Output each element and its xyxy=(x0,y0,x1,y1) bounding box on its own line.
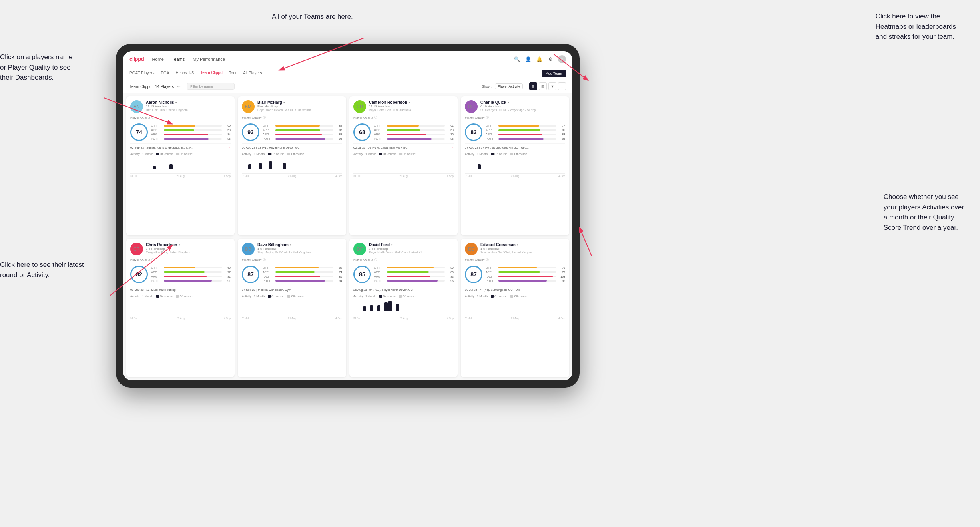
player-handicap: 11-15 Handicap xyxy=(369,105,454,108)
stat-row-arg: ARG 75 xyxy=(374,133,454,136)
view-grid-small[interactable]: ⊟ xyxy=(539,82,547,90)
player-name[interactable]: Cameron Robertson ● xyxy=(369,100,454,105)
sub-nav-all-players[interactable]: All Players xyxy=(243,71,262,76)
chart-bar xyxy=(153,166,156,169)
latest-round[interactable]: 26 Aug 23 | 84 (+12), Royal North Devon … xyxy=(353,286,454,292)
legend-offcourse xyxy=(176,153,179,155)
search-input[interactable]: Filter by name xyxy=(187,83,235,90)
card-header: BM Blair McHarg ● Plus Handicap Royal No… xyxy=(242,100,342,113)
view-sort[interactable]: ↕ xyxy=(558,82,566,90)
sub-nav: PGAT Players PGA Hcaps 1-5 Team Clippd T… xyxy=(123,67,572,80)
stat-row-ott: OTT 60 xyxy=(151,266,231,270)
round-arrow[interactable]: → xyxy=(561,145,565,150)
latest-round[interactable]: 07 Aug 23 | 77 (+7), St George's Hill GC… xyxy=(465,143,565,150)
player-name[interactable]: Charlie Quick ● xyxy=(480,100,565,105)
latest-round[interactable]: 04 Sep 23 | Mobility with coach, Gym → xyxy=(242,286,342,292)
chart-bar xyxy=(396,304,399,311)
player-card[interactable]: CR Chris Robertson ● 1-5 Handicap Craigm… xyxy=(126,239,235,378)
profile-icon[interactable]: 👤 xyxy=(524,56,532,63)
stat-row-putt: PUTT 86 xyxy=(486,137,565,141)
add-team-button[interactable]: Add Team xyxy=(542,70,566,77)
view-filter[interactable]: ▼ xyxy=(548,82,556,90)
round-text: 03 Mar 23 | 19, Must make putting xyxy=(130,288,176,292)
activity-section: Activity · 1 Month On course Off course … xyxy=(242,294,342,320)
quality-label: Player Quality ⓘ xyxy=(465,115,565,119)
edit-icon[interactable]: ✏ xyxy=(177,84,180,89)
sub-nav-hcaps[interactable]: Hcaps 1-5 xyxy=(176,71,194,76)
latest-round[interactable]: 02 Jul 23 | 59 (+17), Craigmillar Park G… xyxy=(353,143,454,150)
quality-score[interactable]: 68 xyxy=(353,123,371,141)
nav-teams[interactable]: Teams xyxy=(172,57,185,62)
player-name[interactable]: Blair McHarg ● xyxy=(257,100,342,105)
quality-score[interactable]: 87 xyxy=(242,266,259,283)
verified-icon: ● xyxy=(408,101,410,104)
quality-score[interactable]: 85 xyxy=(353,266,371,283)
nav-my-performance[interactable]: My Performance xyxy=(193,57,225,62)
latest-round[interactable]: 03 Mar 23 | 19, Must make putting → xyxy=(130,286,231,292)
player-avatar: EC xyxy=(465,243,478,255)
player-name[interactable]: David Ford ● xyxy=(369,243,454,247)
player-avatar: CQ xyxy=(465,100,478,113)
player-card[interactable]: DB Dave Billingham ● 1-5 Handicap Stag M… xyxy=(238,239,346,378)
legend-oncourse xyxy=(379,295,382,298)
stat-row-arg: ARG 83 xyxy=(486,133,565,136)
annotation-latest-round: Click here to see their latestround or A… xyxy=(0,260,84,280)
stat-row-ott: OTT 60 xyxy=(151,124,231,127)
avatar[interactable]: U xyxy=(558,55,566,63)
verified-icon: ● xyxy=(283,101,285,104)
round-arrow[interactable]: → xyxy=(450,288,454,292)
chart-bar xyxy=(384,302,388,311)
latest-round[interactable]: 02 Sep 23 | Sunset round to get back int… xyxy=(130,143,231,150)
card-header: CQ Charlie Quick ● 6-10 Handicap St. Geo… xyxy=(465,100,565,113)
stat-row-ott: OTT 84 xyxy=(263,124,342,127)
player-name[interactable]: Dave Billingham ● xyxy=(257,243,342,247)
search-icon[interactable]: 🔍 xyxy=(513,56,520,63)
player-card[interactable]: EC Edward Crossman ● 1-5 Handicap Sunnin… xyxy=(461,239,569,378)
stat-row-putt: PUTT 94 xyxy=(263,279,342,283)
sub-nav-pga[interactable]: PGA xyxy=(161,71,169,76)
latest-round[interactable]: 19 Jul 23 | 74 (+4), Sunningdale GC - Ol… xyxy=(465,286,565,292)
quality-label: Player Quality ⓘ xyxy=(242,115,342,119)
player-card[interactable]: CQ Charlie Quick ● 6-10 Handicap St. Geo… xyxy=(461,96,569,235)
stat-row-app: APP 58 xyxy=(151,128,231,132)
round-arrow[interactable]: → xyxy=(561,288,565,292)
legend-oncourse xyxy=(156,295,159,298)
logo: clippd xyxy=(129,56,144,62)
card-header: AN Aaron Nicholls ● 11-15 Handicap Drift… xyxy=(130,100,231,113)
latest-round[interactable]: 26 Aug 23 | 73 (+1), Royal North Devon G… xyxy=(242,143,342,150)
player-name[interactable]: Aaron Nicholls ● xyxy=(146,100,231,105)
round-arrow[interactable]: → xyxy=(338,145,342,150)
quality-section: 82 OTT 60 APP 77 ARG 81 PUTT 91 xyxy=(130,266,231,283)
quality-score[interactable]: 87 xyxy=(465,266,482,283)
sub-nav-team-clippd[interactable]: Team Clippd xyxy=(200,70,223,76)
bell-icon[interactable]: 🔔 xyxy=(536,56,543,63)
nav-home[interactable]: Home xyxy=(152,57,163,62)
sub-nav-tour[interactable]: Tour xyxy=(229,71,237,76)
player-name[interactable]: Chris Robertson ● xyxy=(146,243,231,247)
sub-nav-pgat[interactable]: PGAT Players xyxy=(129,71,154,76)
player-card[interactable]: CR Cameron Robertson ● 11-15 Handicap Ro… xyxy=(349,96,458,235)
quality-score[interactable]: 93 xyxy=(242,123,259,141)
round-arrow[interactable]: → xyxy=(227,288,231,292)
team-label: Team Clippd | 14 Players xyxy=(129,84,174,89)
player-card[interactable]: BM Blair McHarg ● Plus Handicap Royal No… xyxy=(238,96,346,235)
quality-label: Player Quality ⓘ xyxy=(242,258,342,262)
quality-section: 93 OTT 84 APP 85 ARG 88 PUTT 95 xyxy=(242,123,342,141)
player-handicap: 1-5 Handicap xyxy=(480,247,565,251)
activity-chart xyxy=(353,157,454,174)
tablet-frame: clippd Home Teams My Performance 🔍 👤 🔔 ⚙… xyxy=(116,44,580,388)
view-grid-large[interactable]: ⊞ xyxy=(529,82,537,90)
round-arrow[interactable]: → xyxy=(227,145,231,150)
settings-icon[interactable]: ⚙ xyxy=(547,56,554,63)
round-arrow[interactable]: → xyxy=(450,145,454,150)
player-card[interactable]: DF David Ford ● 1-5 Handicap Royal North… xyxy=(349,239,458,378)
quality-score[interactable]: 82 xyxy=(130,266,148,283)
player-name[interactable]: Edward Crossman ● xyxy=(480,243,565,247)
player-handicap: 1-5 Handicap xyxy=(146,247,231,251)
round-arrow[interactable]: → xyxy=(338,288,342,292)
show-select[interactable]: Player Activity xyxy=(495,83,523,89)
player-card[interactable]: AN Aaron Nicholls ● 11-15 Handicap Drift… xyxy=(126,96,235,235)
stats-grid: OTT 61 APP 63 ARG 75 PUTT 85 xyxy=(374,124,454,141)
quality-score[interactable]: 83 xyxy=(465,123,482,141)
quality-score[interactable]: 74 xyxy=(130,123,148,141)
